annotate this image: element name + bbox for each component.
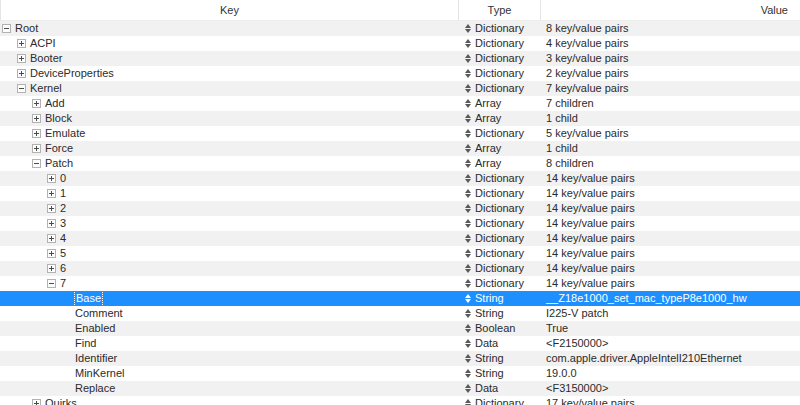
up-down-arrows-icon[interactable] (464, 249, 471, 258)
plus-box-icon[interactable] (17, 54, 26, 63)
up-down-arrows-icon[interactable] (464, 279, 471, 288)
tree-row[interactable]: Add Array 7 children (0, 96, 800, 111)
value-cell[interactable]: com.apple.driver.AppleIntelI210Ethernet (540, 351, 800, 366)
value-cell[interactable]: 4 key/value pairs (540, 36, 800, 51)
tree-row[interactable]: DeviceProperties Dictionary 2 key/value … (0, 66, 800, 81)
type-cell[interactable]: Array (458, 96, 540, 111)
tree-row-selected[interactable]: Base String __Z18e1000_set_mac_typeP8e10… (0, 291, 800, 306)
value-cell[interactable]: 14 key/value pairs (540, 276, 800, 291)
up-down-arrows-icon[interactable] (464, 264, 471, 273)
up-down-arrows-icon[interactable] (464, 384, 471, 393)
plus-box-icon[interactable] (47, 174, 56, 183)
type-cell[interactable]: Array (458, 156, 540, 171)
tree-row[interactable]: Kernel Dictionary 7 key/value pairs (0, 81, 800, 96)
value-cell[interactable]: 14 key/value pairs (540, 216, 800, 231)
value-cell[interactable]: 1 child (540, 111, 800, 126)
type-cell[interactable]: Dictionary (458, 66, 540, 81)
tree-row[interactable]: 3 Dictionary 14 key/value pairs (0, 216, 800, 231)
plus-box-icon[interactable] (32, 399, 41, 405)
tree-row[interactable]: Comment String I225-V patch (0, 306, 800, 321)
tree-row[interactable]: Force Array 1 child (0, 141, 800, 156)
up-down-arrows-icon[interactable] (464, 129, 471, 138)
plus-box-icon[interactable] (47, 204, 56, 213)
value-cell[interactable]: 14 key/value pairs (540, 186, 800, 201)
tree-row[interactable]: Find Data <F2150000> (0, 336, 800, 351)
type-cell[interactable]: Dictionary (458, 126, 540, 141)
type-cell[interactable]: Dictionary (458, 396, 540, 405)
plus-box-icon[interactable] (47, 189, 56, 198)
up-down-arrows-icon[interactable] (464, 309, 471, 318)
type-cell[interactable]: Dictionary (458, 51, 540, 66)
type-cell[interactable]: String (458, 351, 540, 366)
value-cell[interactable]: 1 child (540, 141, 800, 156)
type-cell[interactable]: Dictionary (458, 201, 540, 216)
tree-row[interactable]: 6 Dictionary 14 key/value pairs (0, 261, 800, 276)
type-cell[interactable]: Dictionary (458, 216, 540, 231)
tree-row[interactable]: Quirks Dictionary 17 key/value pairs (0, 396, 800, 405)
type-cell[interactable]: Dictionary (458, 186, 540, 201)
up-down-arrows-icon[interactable] (464, 204, 471, 213)
column-header-type[interactable]: Type (458, 0, 540, 20)
minus-box-icon[interactable] (2, 24, 11, 33)
up-down-arrows-icon[interactable] (464, 219, 471, 228)
value-cell[interactable]: <F3150000> (540, 381, 800, 396)
up-down-arrows-icon[interactable] (464, 189, 471, 198)
plus-box-icon[interactable] (32, 99, 41, 108)
type-cell[interactable]: Dictionary (458, 246, 540, 261)
value-cell[interactable]: 7 children (540, 96, 800, 111)
minus-box-icon[interactable] (47, 279, 56, 288)
value-cell[interactable]: __Z18e1000_set_mac_typeP8e1000_hw (540, 291, 800, 306)
type-cell[interactable]: Data (458, 336, 540, 351)
tree-row[interactable]: Patch Array 8 children (0, 156, 800, 171)
minus-box-icon[interactable] (32, 159, 41, 168)
tree-row[interactable]: 2 Dictionary 14 key/value pairs (0, 201, 800, 216)
type-cell[interactable]: Dictionary (458, 231, 540, 246)
up-down-arrows-icon[interactable] (464, 144, 471, 153)
value-cell[interactable]: 14 key/value pairs (540, 246, 800, 261)
up-down-arrows-icon[interactable] (464, 99, 471, 108)
value-cell[interactable]: 7 key/value pairs (540, 81, 800, 96)
value-cell[interactable]: 17 key/value pairs (540, 396, 800, 405)
up-down-arrows-icon[interactable] (464, 54, 471, 63)
type-cell[interactable]: Boolean (458, 321, 540, 336)
type-cell[interactable]: Dictionary (458, 21, 540, 36)
type-cell[interactable]: Dictionary (458, 171, 540, 186)
plus-box-icon[interactable] (32, 144, 41, 153)
plus-box-icon[interactable] (17, 69, 26, 78)
tree-row[interactable]: Booter Dictionary 3 key/value pairs (0, 51, 800, 66)
value-cell[interactable]: I225-V patch (540, 306, 800, 321)
tree-row[interactable]: Root Dictionary 8 key/value pairs (0, 21, 800, 36)
up-down-arrows-icon[interactable] (464, 234, 471, 243)
tree-row[interactable]: Replace Data <F3150000> (0, 381, 800, 396)
up-down-arrows-icon[interactable] (464, 294, 471, 303)
type-cell[interactable]: Dictionary (458, 81, 540, 96)
up-down-arrows-icon[interactable] (464, 39, 471, 48)
up-down-arrows-icon[interactable] (464, 159, 471, 168)
up-down-arrows-icon[interactable] (464, 324, 471, 333)
plus-box-icon[interactable] (47, 219, 56, 228)
value-cell[interactable]: 2 key/value pairs (540, 66, 800, 81)
up-down-arrows-icon[interactable] (464, 24, 471, 33)
tree-row[interactable]: 1 Dictionary 14 key/value pairs (0, 186, 800, 201)
type-cell[interactable]: Array (458, 141, 540, 156)
tree-row[interactable]: ACPI Dictionary 4 key/value pairs (0, 36, 800, 51)
tree-row[interactable]: 4 Dictionary 14 key/value pairs (0, 231, 800, 246)
tree-row[interactable]: MinKernel String 19.0.0 (0, 366, 800, 381)
plus-box-icon[interactable] (17, 39, 26, 48)
value-cell[interactable]: 14 key/value pairs (540, 201, 800, 216)
type-cell[interactable]: Array (458, 111, 540, 126)
value-cell[interactable]: 14 key/value pairs (540, 261, 800, 276)
column-header-value[interactable]: Value (540, 0, 800, 20)
up-down-arrows-icon[interactable] (464, 369, 471, 378)
value-cell[interactable]: 8 key/value pairs (540, 21, 800, 36)
up-down-arrows-icon[interactable] (464, 354, 471, 363)
value-cell[interactable]: 5 key/value pairs (540, 126, 800, 141)
value-cell[interactable]: 3 key/value pairs (540, 51, 800, 66)
tree-row[interactable]: 0 Dictionary 14 key/value pairs (0, 171, 800, 186)
value-cell[interactable]: 14 key/value pairs (540, 231, 800, 246)
value-cell[interactable]: True (540, 321, 800, 336)
plus-box-icon[interactable] (32, 114, 41, 123)
up-down-arrows-icon[interactable] (464, 174, 471, 183)
value-cell[interactable]: 19.0.0 (540, 366, 800, 381)
value-cell[interactable]: <F2150000> (540, 336, 800, 351)
